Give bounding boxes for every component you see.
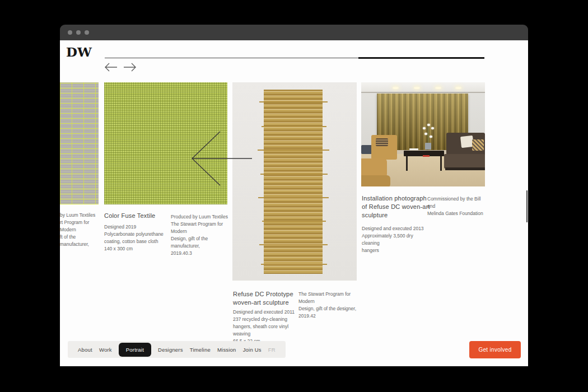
- gallery-image-installation-photo[interactable]: [361, 82, 485, 186]
- room-armchair: [371, 135, 397, 160]
- nav-item-work[interactable]: Work: [99, 347, 112, 353]
- caption-refuse-dc-details: Designed and executed 2011 237 recycled …: [233, 309, 297, 345]
- gallery-image-color-fuse-textile[interactable]: [104, 82, 227, 204]
- caption-color-fuse-credit: Produced by Luum Textiles The Stewart Pr…: [171, 213, 230, 257]
- window-control-dot-3[interactable]: [85, 30, 89, 35]
- caption-installation-credit: Commissioned by the Bill and Melinda Gat…: [427, 195, 486, 217]
- window-control-dot-1[interactable]: [68, 30, 72, 35]
- get-involved-button[interactable]: Get involved: [469, 341, 521, 358]
- site-logo[interactable]: DW: [66, 44, 92, 59]
- nav-item-timeline[interactable]: Timeline: [190, 347, 211, 353]
- caption-refuse-dc-title: Refuse DC Prototype woven-art sculpture: [233, 290, 300, 307]
- caption-felt-textile-credit: by Luum Textiles rt Program for Modern f…: [60, 212, 105, 248]
- scrollbar-thumb[interactable]: [526, 190, 528, 222]
- caption-color-fuse-title: Color Fuse Textile: [104, 212, 171, 220]
- carousel-progress-thumb[interactable]: [358, 57, 484, 59]
- caption-installation-title: Installation photograph of Refuse DC wov…: [362, 194, 432, 220]
- room-coffee-table: [404, 151, 444, 156]
- nav-item-about[interactable]: About: [78, 347, 92, 353]
- nav-item-join-us[interactable]: Join Us: [243, 347, 262, 353]
- desktop-background: DW by Luum Textiles rt Program for Moder…: [0, 0, 588, 392]
- nav-item-fr-language[interactable]: FR: [268, 347, 276, 353]
- browser-window: DW by Luum Textiles rt Program for Moder…: [60, 25, 528, 366]
- nav-item-mission[interactable]: Mission: [217, 347, 236, 353]
- hanger-stack-artwork: [264, 90, 323, 274]
- gallery-image-felt-textile[interactable]: [60, 82, 99, 204]
- bottom-nav: About Work Portrait Designers Timeline M…: [68, 341, 286, 358]
- room-ceiling: [361, 82, 485, 92]
- nav-item-portrait[interactable]: Portrait: [119, 343, 151, 357]
- window-titlebar[interactable]: [60, 25, 528, 40]
- nav-item-designers[interactable]: Designers: [158, 347, 183, 353]
- window-control-dot-2[interactable]: [76, 30, 81, 35]
- page-content: DW by Luum Textiles rt Program for Moder…: [60, 40, 528, 366]
- caption-installation-details: Designed and executed 2013 Approximately…: [362, 225, 432, 254]
- next-arrow-button[interactable]: [122, 62, 138, 73]
- caption-color-fuse-details: Designed 2019 Polycarbonate polyurethane…: [104, 223, 169, 253]
- gallery-image-refuse-dc-sculpture[interactable]: [232, 82, 357, 281]
- prev-arrow-button[interactable]: [103, 62, 119, 73]
- caption-refuse-dc-credit: The Stewart Program for Modern Design, g…: [298, 291, 360, 320]
